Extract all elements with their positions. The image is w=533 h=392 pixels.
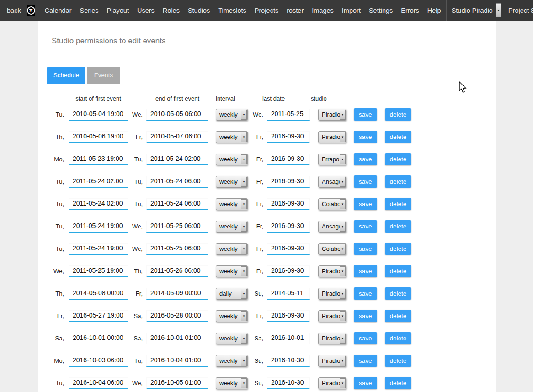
- end-datetime-input[interactable]: [146, 198, 208, 210]
- back-link[interactable]: back: [7, 7, 21, 14]
- nav-item-images[interactable]: Images: [308, 7, 338, 14]
- save-button[interactable]: save: [354, 175, 377, 188]
- end-datetime-input[interactable]: [146, 355, 208, 367]
- last-date-input[interactable]: [267, 131, 310, 143]
- save-button[interactable]: save: [354, 377, 377, 389]
- delete-button[interactable]: delete: [385, 108, 412, 121]
- save-button[interactable]: save: [354, 243, 377, 255]
- studio-select[interactable]: Piradio ▼: [318, 355, 346, 367]
- last-date-input[interactable]: [267, 288, 310, 300]
- delete-button[interactable]: delete: [385, 220, 412, 233]
- interval-select[interactable]: weekly ▼: [216, 154, 248, 165]
- studio-select[interactable]: Piradio ▼: [318, 310, 346, 322]
- piradio-logo-icon[interactable]: π: [27, 5, 35, 16]
- last-date-input[interactable]: [267, 176, 310, 188]
- end-datetime-input[interactable]: [146, 154, 208, 165]
- delete-button[interactable]: delete: [385, 153, 412, 165]
- interval-select[interactable]: weekly ▼: [216, 355, 248, 367]
- save-button[interactable]: save: [354, 310, 377, 322]
- start-datetime-input[interactable]: [69, 333, 128, 344]
- start-datetime-input[interactable]: [69, 154, 128, 165]
- studio-context-select[interactable]: Studio Piradio ▼: [446, 0, 503, 21]
- save-button[interactable]: save: [354, 198, 377, 210]
- start-datetime-input[interactable]: [69, 176, 128, 188]
- end-datetime-input[interactable]: [146, 221, 208, 233]
- last-date-input[interactable]: [267, 333, 310, 344]
- nav-item-help[interactable]: Help: [423, 7, 445, 14]
- save-button[interactable]: save: [354, 220, 377, 233]
- save-button[interactable]: save: [354, 131, 377, 143]
- nav-item-playout[interactable]: Playout: [103, 7, 133, 14]
- tab-events[interactable]: Events: [87, 67, 120, 84]
- delete-button[interactable]: delete: [385, 287, 412, 300]
- studio-select[interactable]: Ansage ▼: [318, 221, 346, 233]
- interval-select[interactable]: weekly ▼: [216, 221, 248, 233]
- nav-item-projects[interactable]: Projects: [251, 7, 282, 14]
- delete-button[interactable]: delete: [385, 355, 412, 367]
- end-datetime-input[interactable]: [146, 377, 208, 389]
- nav-item-roles[interactable]: Roles: [159, 7, 184, 14]
- start-datetime-input[interactable]: [69, 288, 128, 300]
- end-datetime-input[interactable]: [146, 310, 208, 322]
- last-date-input[interactable]: [267, 310, 310, 322]
- delete-button[interactable]: delete: [385, 175, 412, 188]
- studio-select[interactable]: Piradio ▼: [318, 109, 346, 121]
- end-datetime-input[interactable]: [146, 288, 208, 300]
- start-datetime-input[interactable]: [69, 265, 128, 277]
- tab-schedule[interactable]: Schedule: [47, 67, 85, 84]
- nav-item-timeslots[interactable]: Timeslots: [214, 7, 251, 14]
- last-date-input[interactable]: [267, 265, 310, 277]
- delete-button[interactable]: delete: [385, 377, 412, 389]
- last-date-input[interactable]: [267, 355, 310, 367]
- nav-item-series[interactable]: Series: [75, 7, 102, 14]
- interval-select[interactable]: weekly ▼: [216, 333, 248, 344]
- save-button[interactable]: save: [354, 153, 377, 165]
- nav-item-users[interactable]: Users: [133, 7, 159, 14]
- nav-item-errors[interactable]: Errors: [397, 7, 423, 14]
- start-datetime-input[interactable]: [69, 198, 128, 210]
- studio-select[interactable]: Colabo ▼: [318, 243, 346, 255]
- start-datetime-input[interactable]: [69, 131, 128, 143]
- last-date-input[interactable]: [267, 243, 310, 255]
- delete-button[interactable]: delete: [385, 265, 412, 277]
- save-button[interactable]: save: [354, 265, 377, 277]
- studio-select[interactable]: Piradio ▼: [318, 265, 346, 277]
- start-datetime-input[interactable]: [69, 355, 128, 367]
- delete-button[interactable]: delete: [385, 243, 412, 255]
- delete-button[interactable]: delete: [385, 131, 412, 143]
- nav-item-import[interactable]: Import: [338, 7, 365, 14]
- nav-item-studios[interactable]: Studios: [184, 7, 214, 14]
- interval-select[interactable]: weekly ▼: [216, 243, 248, 255]
- start-datetime-input[interactable]: [69, 377, 128, 389]
- last-date-input[interactable]: [267, 377, 310, 389]
- studio-select[interactable]: Piradio ▼: [318, 377, 346, 389]
- end-datetime-input[interactable]: [146, 243, 208, 255]
- end-datetime-input[interactable]: [146, 109, 208, 121]
- interval-select[interactable]: weekly ▼: [216, 176, 248, 188]
- delete-button[interactable]: delete: [385, 310, 412, 322]
- last-date-input[interactable]: [267, 109, 310, 121]
- nav-item-roster[interactable]: roster: [282, 7, 308, 14]
- interval-select[interactable]: weekly ▼: [216, 265, 248, 277]
- studio-select[interactable]: Colabo ▼: [318, 198, 346, 210]
- interval-select[interactable]: weekly ▼: [216, 377, 248, 389]
- interval-select[interactable]: daily ▼: [216, 288, 248, 300]
- start-datetime-input[interactable]: [69, 109, 128, 121]
- end-datetime-input[interactable]: [146, 265, 208, 277]
- save-button[interactable]: save: [354, 332, 377, 344]
- interval-select[interactable]: weekly ▼: [216, 198, 248, 210]
- save-button[interactable]: save: [354, 287, 377, 300]
- nav-item-settings[interactable]: Settings: [365, 7, 397, 14]
- studio-select[interactable]: Piradio ▼: [318, 288, 346, 300]
- delete-button[interactable]: delete: [385, 332, 412, 344]
- save-button[interactable]: save: [354, 355, 377, 367]
- end-datetime-input[interactable]: [146, 176, 208, 188]
- nav-item-calendar[interactable]: Calendar: [41, 7, 76, 14]
- studio-select[interactable]: Piradio ▼: [318, 131, 346, 143]
- delete-button[interactable]: delete: [385, 198, 412, 210]
- interval-select[interactable]: weekly ▼: [216, 310, 248, 322]
- interval-select[interactable]: weekly ▼: [216, 131, 248, 143]
- start-datetime-input[interactable]: [69, 221, 128, 233]
- end-datetime-input[interactable]: [146, 131, 208, 143]
- project-context-select[interactable]: Project 88vier ▼: [503, 0, 533, 21]
